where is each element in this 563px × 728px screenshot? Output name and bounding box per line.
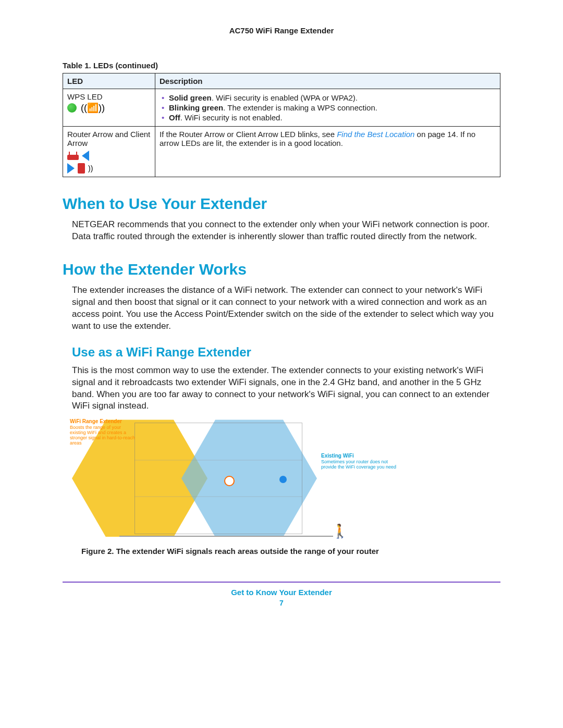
led-name: Router Arrow and Client Arrow [67,130,150,147]
arrow-right-icon [67,163,75,174]
section-body: This is the most common way to use the e… [63,365,500,413]
figure-diagram: 🚶 WiFi Range Extender Boosts the range o… [72,419,400,539]
led-desc-wps: Solid green. WiFi security is enabled (W… [155,89,500,127]
table-header-description: Description [155,73,500,89]
page-footer: Get to Know Your Extender 7 [63,588,500,607]
document-header: AC750 WiFi Range Extender [63,26,500,35]
green-dot-icon [67,103,77,113]
figure-caption: Figure 2. The extender WiFi signals reac… [81,547,500,556]
wps-signal-icon: ((📶)) [81,103,105,113]
section-body: NETGEAR recommends that you connect to t… [63,219,500,243]
signal-waves-icon: )) [88,164,93,172]
section-heading-when-to-use: When to Use Your Extender [63,195,500,213]
list-item: Blinking green. The extender is making a… [169,103,496,112]
led-table: LED Description WPS LED ((📶)) Solid gree… [63,73,500,177]
table-header-led: LED [63,73,155,89]
client-device-icon [78,163,85,174]
wps-led-icons: ((📶)) [67,103,151,113]
table-caption: Table 1. LEDs (continued) [63,61,500,70]
led-name: WPS LED [67,92,103,101]
led-cell-arrows: Router Arrow and Client Arrow )) [63,127,155,177]
led-cell-wps: WPS LED ((📶)) [63,89,155,127]
cross-ref-link[interactable]: Find the Best Location [337,130,414,139]
footer-page-number: 7 [63,599,500,607]
figure-label-existing-wifi: Existing WiFi Sometimes your router does… [321,453,399,470]
document-page: AC750 WiFi Range Extender Table 1. LEDs … [0,0,563,728]
router-icon [67,155,79,160]
figure-label-extender: WiFi Range Extender Boosts the range of … [70,418,138,446]
led-desc-arrows: If the Router Arrow or Client Arrow LED … [155,127,500,177]
figure: 🚶 WiFi Range Extender Boosts the range o… [72,419,500,556]
section-subheading-use-as-extender: Use as a WiFi Range Extender [63,345,500,360]
section-heading-how-works: How the Extender Works [63,261,500,278]
section-body: The extender increases the distance of a… [63,285,500,332]
list-item: Off. WiFi security is not enabled. [169,113,496,122]
arrow-led-icons: )) [67,151,151,174]
footer-rule [63,582,500,583]
table-row: WPS LED ((📶)) Solid green. WiFi security… [63,89,500,127]
footer-chapter-title: Get to Know Your Extender [63,588,500,597]
person-outside-icon: 🚶 [332,523,348,539]
table-row: Router Arrow and Client Arrow )) [63,127,500,177]
wps-bullet-list: Solid green. WiFi security is enabled (W… [160,93,496,122]
arrow-left-icon [82,151,89,161]
list-item: Solid green. WiFi security is enabled (W… [169,93,496,102]
ground-line-icon [119,536,333,537]
house-outline-icon [134,423,302,534]
